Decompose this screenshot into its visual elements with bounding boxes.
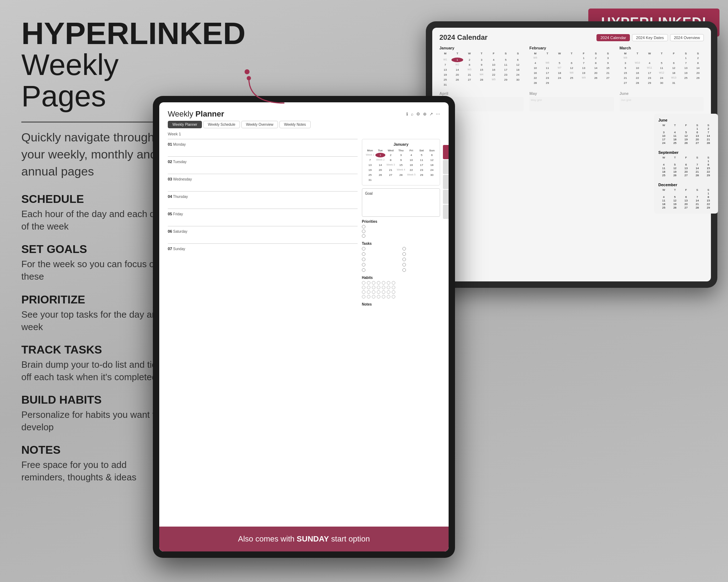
feature-goals-title: SET GOALS <box>21 243 167 256</box>
habit-c-7[interactable] <box>392 281 395 285</box>
priority-checkbox-3[interactable] <box>362 234 365 238</box>
cal-january-grid: MTWTFSS W11234567 W2891011121314 W315161… <box>439 52 524 87</box>
planner-tab-overview[interactable]: Weekly Overview <box>241 121 278 128</box>
habit-c-13[interactable] <box>387 286 390 289</box>
mini-month-grid: Mon Tue Wed Thu Fri Sat Sun Week 1 1 2 3… <box>365 149 437 182</box>
day-label-friday: 05 Friday <box>168 212 358 216</box>
feature-notes-desc: Free space for you to add reminders, tho… <box>21 459 167 484</box>
feature-list: SCHEDULE Each hour of the day and each d… <box>21 193 167 484</box>
task-cb-4[interactable] <box>402 252 406 256</box>
habits-title: Habits <box>362 276 440 280</box>
task-cb-6[interactable] <box>402 258 406 261</box>
day-label-tuesday: 02 Tuesday <box>168 160 358 164</box>
planner-title-text: Weekly Planner <box>168 109 224 119</box>
habit-c-6[interactable] <box>387 281 390 285</box>
task-cb-2[interactable] <box>402 247 406 250</box>
task-cb-10[interactable] <box>402 268 406 272</box>
planner-tab-weekly[interactable]: Weekly Planner <box>168 121 202 128</box>
side-tab-1[interactable] <box>443 145 449 159</box>
schedule-col: 01 Monday 02 Tuesday <box>168 139 358 547</box>
planner-tab-notes[interactable]: Weekly Notes <box>279 121 311 128</box>
task-row-1 <box>362 247 400 250</box>
cal-december: December W T F S S 1 45678 1112131415 18… <box>658 183 714 209</box>
side-tab-2[interactable] <box>443 160 449 174</box>
cal-june-title: June <box>658 118 714 122</box>
priority-row-3 <box>362 234 440 238</box>
priority-checkbox-2[interactable] <box>362 230 365 233</box>
cal-nav-tabs: 2024 Calendar 2024 Key Dates 2024 Overvi… <box>596 34 704 41</box>
habit-c-5[interactable] <box>382 281 385 285</box>
main-title-line2: Weekly Pages <box>21 49 167 112</box>
bookmark-icon: ⊕ <box>423 112 427 117</box>
task-row-7 <box>362 263 400 266</box>
planner-title-bold: Planner <box>196 109 224 118</box>
habit-c-15[interactable] <box>362 290 365 294</box>
main-title-line1: HYPERLINKED <box>21 18 167 49</box>
task-cb-8[interactable] <box>402 263 406 266</box>
habit-c-4[interactable] <box>377 281 380 285</box>
planner-tab-schedule[interactable]: Weekly Schedule <box>203 121 240 128</box>
habit-c-19[interactable] <box>382 290 385 294</box>
cal-february: February MTWTFSS W51234 W6567891011 W712… <box>529 46 614 87</box>
day-label-wednesday: 03 Wednesday <box>168 177 358 181</box>
habits-row-1 <box>362 281 440 285</box>
habit-c-18[interactable] <box>377 290 380 294</box>
feature-schedule-desc: Each hour of the day and each day of the… <box>21 208 167 233</box>
cal-march-grid: MTWTFSS W9123 W1045678910 W1111121314151… <box>620 52 704 85</box>
habit-c-10[interactable] <box>372 286 375 289</box>
planner-content: 01 Monday 02 Tuesday <box>168 139 440 547</box>
habit-c-12[interactable] <box>382 286 385 289</box>
habit-c-3[interactable] <box>372 281 375 285</box>
share-icon: ↗ <box>429 112 433 117</box>
task-row-2 <box>402 247 440 250</box>
habit-c-16[interactable] <box>367 290 370 294</box>
task-row-4 <box>402 252 440 256</box>
feature-prioritize-title: PRIORITIZE <box>21 293 167 306</box>
habit-c-9[interactable] <box>367 286 370 289</box>
task-cb-9[interactable] <box>362 268 365 272</box>
cal-tab-overview[interactable]: 2024 Overview <box>670 34 704 41</box>
habit-c-22[interactable] <box>362 295 365 298</box>
task-cb-1[interactable] <box>362 247 365 250</box>
habit-c-11[interactable] <box>377 286 380 289</box>
habit-c-1[interactable] <box>362 281 365 285</box>
habit-c-8[interactable] <box>362 286 365 289</box>
task-row-3 <box>362 252 400 256</box>
habit-c-24[interactable] <box>372 295 375 298</box>
side-tab-3[interactable] <box>443 175 449 189</box>
side-tab-5[interactable] <box>443 205 449 219</box>
side-tabs <box>443 145 449 219</box>
goal-box: Goal <box>362 188 440 217</box>
search-icon: ⌕ <box>411 112 413 117</box>
habit-c-20[interactable] <box>387 290 390 294</box>
priority-checkbox-1[interactable] <box>362 225 365 228</box>
habit-c-27[interactable] <box>387 295 390 298</box>
habit-c-21[interactable] <box>392 290 395 294</box>
habit-c-23[interactable] <box>367 295 370 298</box>
habit-c-28[interactable] <box>392 295 395 298</box>
cal-march-title: March <box>620 46 704 50</box>
habit-c-25[interactable] <box>377 295 380 298</box>
settings-icon: ⚙ <box>416 112 420 117</box>
feature-tasks-desc: Brain dump your to-do list and tick off … <box>21 359 167 383</box>
task-cb-5[interactable] <box>362 258 365 261</box>
right-cal-panel: June W T F S S 12 34567 1011121314 17181… <box>654 114 718 214</box>
task-row-9 <box>362 268 400 272</box>
side-tab-4[interactable] <box>443 190 449 204</box>
planner-nav-tabs: Weekly Planner Weekly Schedule Weekly Ov… <box>168 121 440 128</box>
habit-c-2[interactable] <box>367 281 370 285</box>
week-label: Week 1 <box>168 132 440 136</box>
day-label-saturday: 06 Saturday <box>168 229 358 233</box>
cal-tab-keydates[interactable]: 2024 Key Dates <box>632 34 668 41</box>
task-cb-7[interactable] <box>362 263 365 266</box>
mini-month-cal: January Mon Tue Wed Thu Fri Sat Sun Week… <box>362 139 440 185</box>
habit-c-17[interactable] <box>372 290 375 294</box>
tasks-section: Tasks <box>362 242 440 273</box>
feature-notes: NOTES Free space for you to add reminder… <box>21 443 167 484</box>
habit-c-26[interactable] <box>382 295 385 298</box>
cal-tab-calendar[interactable]: 2024 Calendar <box>596 34 630 41</box>
habits-row-2 <box>362 286 440 289</box>
task-cb-3[interactable] <box>362 252 365 256</box>
habit-c-14[interactable] <box>392 286 395 289</box>
cal-december-grid: W T F S S 1 45678 1112131415 1819202122 … <box>658 188 714 209</box>
